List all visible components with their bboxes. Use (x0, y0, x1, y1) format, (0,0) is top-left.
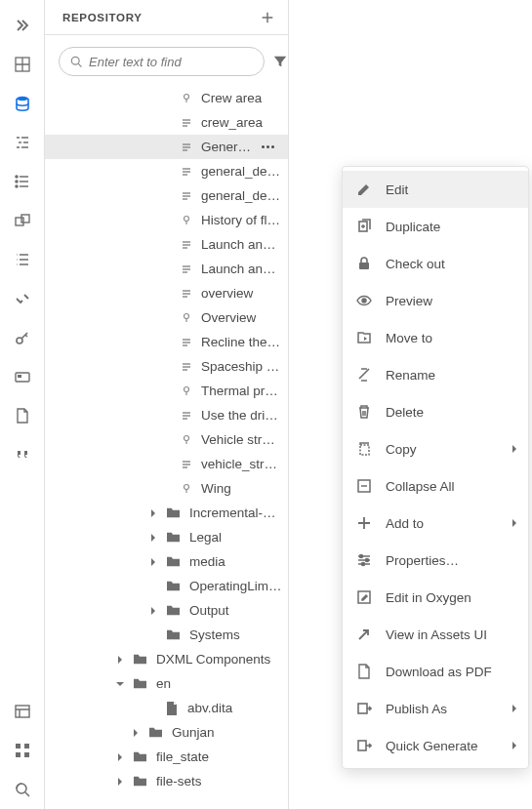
menu-item-add-to[interactable]: Add to (343, 505, 528, 542)
bulb-icon (180, 385, 193, 397)
page-icon[interactable] (0, 396, 45, 435)
validate-icon[interactable] (0, 279, 45, 318)
folder-icon (133, 750, 148, 763)
svg-point-17 (184, 94, 189, 99)
svg-point-25 (362, 299, 366, 303)
menu-item-collapse-all[interactable]: Collapse All (343, 467, 528, 505)
chevron-right-icon[interactable] (148, 557, 158, 567)
chevron-right-icon[interactable] (115, 655, 125, 665)
folder-node[interactable]: file-sets (45, 769, 288, 793)
menu-item-check-out[interactable]: Check out (343, 245, 528, 282)
topic-node[interactable]: Launch and landing site (45, 232, 288, 257)
folder-node[interactable]: Output (45, 598, 288, 623)
menu-item-label: Publish As (386, 702, 447, 716)
menu-item-preview[interactable]: Preview (343, 282, 528, 319)
chevrons-right-icon[interactable] (0, 6, 45, 45)
publish-icon (356, 701, 372, 716)
folder-node[interactable]: Systems (45, 623, 288, 647)
folder-icon (166, 506, 182, 519)
topic-node[interactable]: Crew area (45, 86, 288, 110)
search-box[interactable] (59, 47, 265, 76)
node-label: Legal (189, 530, 282, 545)
topic-node[interactable]: general_description (45, 183, 288, 208)
menu-item-quick-generate[interactable]: Quick Generate (343, 727, 528, 764)
svg-rect-10 (16, 706, 29, 717)
chevron-right-icon[interactable] (148, 508, 158, 518)
menu-item-duplicate[interactable]: Duplicate (343, 208, 528, 245)
grid-icon[interactable] (0, 45, 45, 84)
svg-rect-33 (358, 741, 366, 750)
menu-item-delete[interactable]: Delete (343, 393, 528, 430)
rename-icon (356, 367, 372, 383)
menu-item-copy[interactable]: Copy (343, 430, 528, 467)
node-label: Spaceship requirements (201, 359, 282, 374)
search-input[interactable] (89, 55, 254, 69)
outline-icon[interactable] (0, 123, 45, 162)
topic-node[interactable]: History of flight (45, 208, 288, 232)
panel-icon[interactable] (0, 692, 45, 731)
topic-node[interactable]: Vehicle structure (45, 427, 288, 452)
menu-item-publish-as[interactable]: Publish As (343, 690, 528, 727)
more-options-button[interactable] (262, 145, 282, 148)
menu-item-move-to[interactable]: Move to (343, 319, 528, 356)
list-icon[interactable] (0, 162, 45, 201)
file-node[interactable]: abv.dita (45, 696, 288, 720)
topic-node[interactable]: Wing (45, 476, 288, 501)
chevron-down-icon[interactable] (115, 679, 125, 689)
topic-node[interactable]: General description (45, 135, 288, 159)
folder-node[interactable]: Gunjan (45, 720, 288, 745)
topic-icon (180, 288, 193, 300)
chevron-right-icon[interactable] (148, 606, 158, 616)
folder-node[interactable]: media (45, 549, 288, 574)
lock-icon (356, 256, 372, 271)
chevron-right-icon[interactable] (115, 777, 125, 787)
quote-icon[interactable] (0, 435, 45, 474)
topic-node[interactable]: Use the drink dispenser (45, 403, 288, 427)
context-menu[interactable]: EditDuplicateCheck outPreviewMove toRena… (342, 166, 529, 769)
folder-node[interactable]: en (45, 671, 288, 696)
search-history-icon[interactable] (0, 770, 45, 809)
folder-node[interactable]: Incremental-output-sample (45, 501, 288, 525)
topic-node[interactable]: vehicle_structure (45, 452, 288, 476)
topic-node[interactable]: overview (45, 281, 288, 305)
svg-point-16 (71, 57, 79, 64)
node-label: OperatingLimitations (189, 579, 282, 593)
folder-node[interactable]: file_state (45, 745, 288, 769)
repository-tree[interactable]: Crew areacrew_areaGeneral descriptiongen… (45, 86, 288, 809)
menu-item-download-as-pdf[interactable]: Download as PDF (343, 653, 528, 690)
reusable-icon[interactable] (0, 201, 45, 240)
menu-item-edit-in-oxygen[interactable]: Edit in Oxygen (343, 579, 528, 616)
chevron-right-icon[interactable] (115, 752, 125, 762)
topic-node[interactable]: Thermal protection (45, 379, 288, 403)
svg-rect-24 (359, 263, 369, 269)
menu-item-edit[interactable]: Edit (343, 171, 528, 208)
menu-item-label: Duplicate (386, 220, 440, 234)
key-icon[interactable] (0, 318, 45, 357)
menu-item-label: Collapse All (386, 479, 455, 494)
folder-node[interactable]: Legal (45, 525, 288, 549)
topic-node[interactable]: crew_area (45, 110, 288, 135)
topic-icon (180, 337, 193, 348)
chevron-right-icon[interactable] (148, 533, 158, 543)
folder-node[interactable]: OperatingLimitations (45, 574, 288, 598)
topic-node[interactable]: Recline the seats (45, 330, 288, 354)
topic-icon (180, 117, 193, 129)
chevron-right-icon[interactable] (131, 728, 141, 738)
apps-icon[interactable] (0, 731, 45, 770)
topic-node[interactable]: Overview (45, 305, 288, 330)
topic-node[interactable]: Spaceship requirements (45, 354, 288, 379)
topic-node[interactable]: general_description (45, 159, 288, 183)
add-button[interactable] (259, 9, 276, 26)
menu-item-rename[interactable]: Rename (343, 356, 528, 393)
bullets-icon[interactable] (0, 240, 45, 279)
card-icon[interactable] (0, 357, 45, 396)
menu-item-properties-[interactable]: Properties… (343, 542, 528, 579)
filter-button[interactable] (272, 49, 288, 74)
chevron-right-icon (511, 739, 518, 753)
folder-node[interactable]: DXML Components (45, 647, 288, 671)
menu-item-view-in-assets-ui[interactable]: View in Assets UI (343, 616, 528, 653)
topic-node[interactable]: Launch and landing site (45, 257, 288, 281)
node-label: Wing (201, 481, 282, 496)
pencil-icon (356, 182, 372, 197)
database-icon[interactable] (0, 84, 45, 123)
